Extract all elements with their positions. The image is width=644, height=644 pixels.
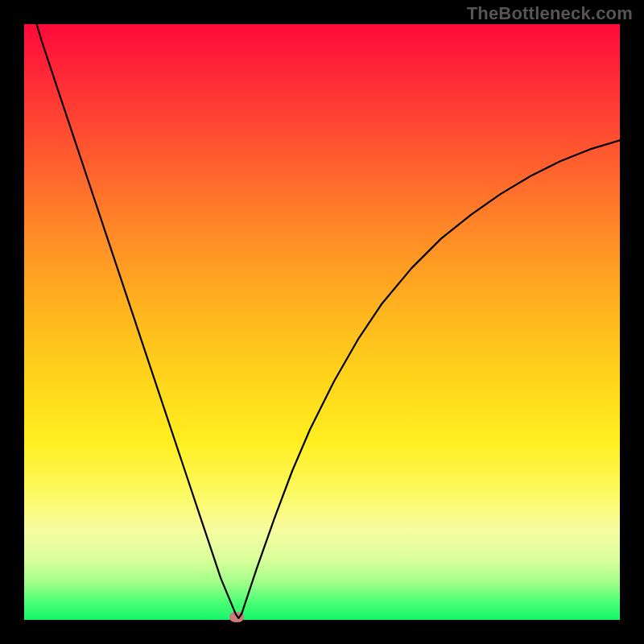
bottleneck-marker — [229, 612, 244, 622]
gradient-plot-background — [24, 24, 620, 620]
watermark-text: TheBottleneck.com — [467, 3, 633, 24]
chart-frame: TheBottleneck.com — [0, 0, 644, 644]
